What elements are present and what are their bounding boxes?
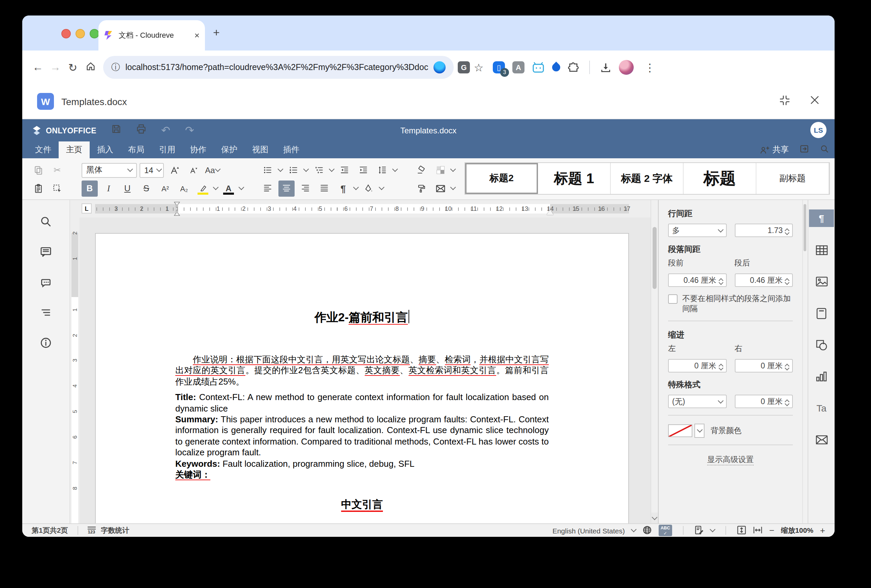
chat-icon[interactable] <box>39 276 52 289</box>
browser-tab[interactable]: 文档 - Cloudreve × <box>99 20 205 51</box>
numbered-list-arrow[interactable] <box>303 166 309 172</box>
fit-page-icon[interactable] <box>737 525 746 536</box>
background-color-swatch[interactable] <box>668 424 692 437</box>
save-icon[interactable] <box>111 124 121 137</box>
new-tab-button[interactable]: + <box>213 26 220 40</box>
cell-color-grid-icon[interactable] <box>432 162 448 178</box>
image-settings-icon[interactable] <box>809 273 834 290</box>
minimize-window-button[interactable] <box>75 29 85 39</box>
clear-style-icon[interactable] <box>413 162 430 178</box>
language-selector[interactable]: English (United States) <box>552 526 625 534</box>
justify-icon[interactable] <box>316 180 332 196</box>
zoom-in-icon[interactable]: + <box>820 525 825 536</box>
fullscreen-window-button[interactable] <box>90 29 99 39</box>
canvas-scrollbar[interactable] <box>651 200 658 523</box>
close-window-button[interactable] <box>61 29 71 39</box>
reload-icon[interactable]: ↻ <box>64 61 82 74</box>
style-preset[interactable]: 标题 <box>684 163 756 194</box>
browser-assistant-icon[interactable] <box>434 61 446 73</box>
italic-button[interactable]: I <box>100 180 117 196</box>
style-preset[interactable]: 标题2 <box>465 163 538 194</box>
multilevel-list-icon[interactable] <box>311 162 327 178</box>
align-center-icon[interactable] <box>278 180 295 196</box>
shading-arrow[interactable] <box>379 185 385 190</box>
increase-indent-icon[interactable] <box>355 162 371 178</box>
decrease-font-icon[interactable] <box>186 162 202 178</box>
water-drop-icon[interactable] <box>552 63 560 72</box>
superscript-button[interactable]: A² <box>157 180 173 196</box>
cell-color-arrow[interactable] <box>450 166 456 172</box>
fit-width-icon[interactable] <box>753 525 762 536</box>
open-file-location-icon[interactable] <box>799 144 809 155</box>
panel-scrollbar-thumb[interactable] <box>804 204 806 251</box>
extensions-puzzle-icon[interactable] <box>568 62 579 73</box>
special-format-stepper[interactable]: 0 厘米 <box>735 395 793 408</box>
line-spacing-arrow[interactable] <box>392 166 398 172</box>
user-avatar[interactable]: LS <box>810 122 826 138</box>
address-bar[interactable]: ⓘ localhost:5173/home?path=cloudreve%3A%… <box>103 56 454 79</box>
menu-tab[interactable]: 布局 <box>121 142 152 158</box>
menu-tab[interactable]: 视图 <box>245 142 276 158</box>
canvas-scrollbar-thumb[interactable] <box>652 227 656 289</box>
line-spacing-icon[interactable] <box>374 162 390 178</box>
numbered-list-icon[interactable] <box>285 162 301 178</box>
translate-icon[interactable]: G <box>458 61 470 73</box>
right-indent-marker[interactable] <box>547 209 554 215</box>
header-footer-settings-icon[interactable] <box>809 304 834 322</box>
align-right-icon[interactable] <box>297 180 313 196</box>
bookmark-star-icon[interactable]: ☆ <box>470 61 488 74</box>
style-preset[interactable]: 标题 2 字体 <box>611 163 684 194</box>
redo-icon[interactable]: ↷ <box>185 124 194 137</box>
font-color-button[interactable]: A <box>220 180 236 196</box>
change-case-icon[interactable]: Aa <box>204 162 220 178</box>
exit-fullscreen-icon[interactable] <box>779 95 790 108</box>
decrease-indent-icon[interactable] <box>337 162 353 178</box>
indent-marker[interactable] <box>174 201 180 216</box>
tab-close-icon[interactable]: × <box>195 31 199 40</box>
bilibili-icon[interactable] <box>532 62 545 73</box>
table-settings-icon[interactable] <box>809 241 834 259</box>
copy-icon[interactable] <box>30 162 46 178</box>
style-preset[interactable]: 标题 1 <box>538 163 611 194</box>
track-changes-icon[interactable] <box>694 525 704 536</box>
site-info-icon[interactable]: ⓘ <box>111 61 120 73</box>
special-format-select[interactable]: (无) <box>668 395 726 408</box>
paste-icon[interactable] <box>30 180 46 196</box>
zoom-level[interactable]: 缩放100% <box>781 526 813 535</box>
share-button[interactable]: 共享 <box>760 144 789 155</box>
chart-settings-icon[interactable] <box>809 368 834 385</box>
multilevel-list-arrow[interactable] <box>329 166 335 172</box>
font-name-select[interactable]: 黑体 <box>82 163 137 178</box>
print-icon[interactable] <box>136 124 146 137</box>
indent-right-stepper[interactable]: 0 厘米 <box>735 359 793 373</box>
indent-left-stepper[interactable]: 0 厘米 <box>668 359 726 373</box>
find-icon[interactable] <box>39 215 52 228</box>
show-paragraph-marks-icon[interactable]: ¶ <box>335 180 351 196</box>
select-all-icon[interactable] <box>49 180 65 196</box>
no-space-same-style-checkbox[interactable] <box>668 294 678 304</box>
set-language-globe-icon[interactable] <box>642 525 652 536</box>
shading-icon[interactable] <box>361 180 377 196</box>
line-spacing-select[interactable]: 多 <box>668 224 726 237</box>
extension-phone-icon[interactable]: ▯ 3 <box>493 61 505 73</box>
background-color-arrow[interactable] <box>694 424 705 438</box>
panel-scrollbar[interactable] <box>802 200 808 523</box>
forward-icon[interactable]: → <box>46 61 64 73</box>
vertical-ruler[interactable]: 2112345678 <box>70 200 79 523</box>
search-icon[interactable] <box>820 144 829 155</box>
subscript-button[interactable]: A₂ <box>176 180 192 196</box>
language-selector-arrow[interactable] <box>631 527 636 533</box>
bullet-list-icon[interactable] <box>260 162 276 178</box>
scroll-down-icon[interactable] <box>651 513 658 523</box>
undo-icon[interactable]: ↶ <box>161 124 170 137</box>
menu-tab[interactable]: 保护 <box>214 142 245 158</box>
menu-tab[interactable]: 插件 <box>276 142 307 158</box>
advanced-settings-link[interactable]: 显示高级设置 <box>668 455 793 465</box>
mail-merge-settings-icon[interactable] <box>809 431 834 449</box>
spacing-after-stepper[interactable]: 0.46 厘米 <box>735 273 793 287</box>
spacing-before-stepper[interactable]: 0.46 厘米 <box>668 273 726 287</box>
comments-icon[interactable] <box>39 245 52 259</box>
downloads-icon[interactable] <box>600 62 611 73</box>
menu-tab[interactable]: 协作 <box>183 142 214 158</box>
horizontal-ruler[interactable]: L 3211234567891011121314151617 <box>79 200 658 218</box>
